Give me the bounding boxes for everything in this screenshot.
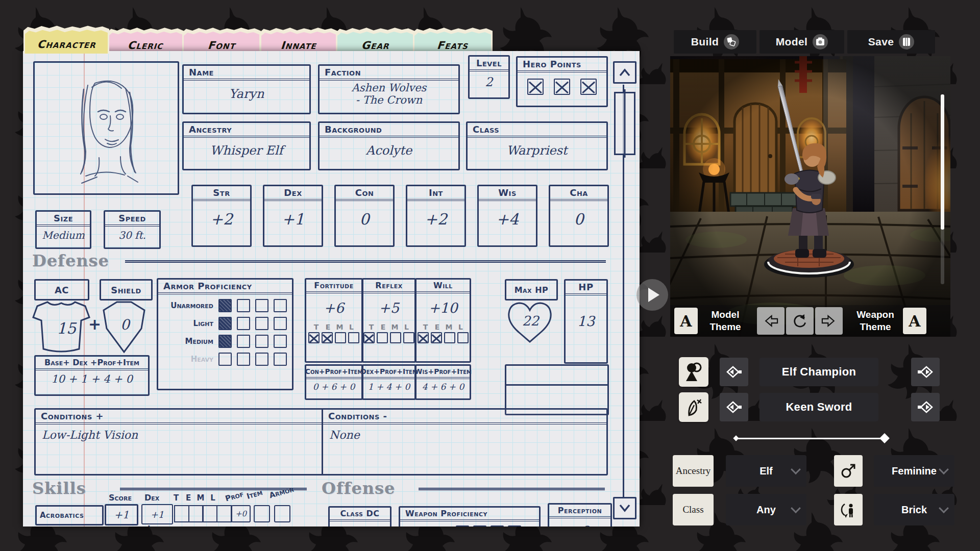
ac-armor-shape[interactable]: 15 xyxy=(30,300,92,354)
sheet-scroll-thumb[interactable] xyxy=(614,92,635,155)
teml-pip[interactable] xyxy=(457,332,469,343)
weapon-next-button[interactable] xyxy=(911,393,940,421)
prof-pip[interactable] xyxy=(237,353,250,366)
weapon-name-button[interactable]: Keen Sword xyxy=(760,393,878,421)
pose-rotate-button[interactable] xyxy=(834,494,863,525)
conditions-plus[interactable]: Conditions + Low-Light Vision xyxy=(36,410,323,474)
hero-point-checkbox[interactable] xyxy=(554,79,570,95)
level-field[interactable]: Level 2 xyxy=(468,55,510,99)
gender-toggle-button[interactable] xyxy=(834,455,863,487)
portrait-frame[interactable] xyxy=(33,61,179,195)
prof-pip[interactable] xyxy=(218,353,232,366)
prof-pip[interactable] xyxy=(255,353,268,366)
gender-dropdown[interactable]: Feminine xyxy=(874,455,954,487)
skill-ability-box[interactable]: +1 xyxy=(141,504,173,524)
fortitude-box[interactable]: Fortitude +6 TEML xyxy=(305,278,363,363)
model-viewport[interactable]: A Model Theme Weapon Theme A xyxy=(670,56,950,337)
prof-pip[interactable] xyxy=(491,525,504,527)
prof-pip[interactable] xyxy=(237,317,250,330)
prof-pip[interactable] xyxy=(237,299,250,312)
skill-prof-box[interactable]: +0 xyxy=(231,505,251,522)
teml-pip[interactable] xyxy=(390,332,401,343)
stat-cha[interactable]: Cha 0 xyxy=(549,185,609,247)
ancestry-field[interactable]: Ancestry Whisper Elf xyxy=(182,121,311,170)
build-button[interactable]: Build xyxy=(674,30,756,54)
weapon-prev-button[interactable] xyxy=(720,393,748,421)
ancestry-dropdown[interactable]: Elf xyxy=(726,455,806,487)
teml-pip[interactable] xyxy=(363,332,375,343)
stat-int[interactable]: Int +2 xyxy=(406,185,466,247)
prof-pip[interactable] xyxy=(218,335,232,348)
viewer-zoom-thumb[interactable] xyxy=(941,94,944,230)
prof-pip[interactable] xyxy=(274,317,287,330)
prof-pip[interactable] xyxy=(218,317,232,330)
prof-pip[interactable] xyxy=(255,317,268,330)
conditions-minus[interactable]: Conditions - None xyxy=(323,410,606,474)
skill-armor-box[interactable] xyxy=(274,505,290,522)
teml-pip[interactable] xyxy=(335,332,346,343)
prof-pip[interactable] xyxy=(274,299,287,312)
viewer-zoom-slider[interactable] xyxy=(941,94,944,284)
prof-pip[interactable] xyxy=(274,335,287,348)
will-box[interactable]: Will +10 TEML xyxy=(415,278,471,363)
perception-box[interactable]: Perception +8 xyxy=(548,503,612,527)
stat-wis[interactable]: Wis +4 xyxy=(477,185,537,247)
sheet-scroll-up[interactable] xyxy=(613,61,636,84)
base-theme-dropdown[interactable]: Brick xyxy=(874,494,954,525)
faction-field[interactable]: Faction Ashen Wolves - The Crown xyxy=(318,64,460,114)
model-button[interactable]: Model xyxy=(760,30,844,54)
tab-character[interactable]: Character xyxy=(25,27,108,54)
class-field[interactable]: Class Warpriest xyxy=(466,121,608,170)
model-prev-button[interactable] xyxy=(720,358,748,386)
rotate-right-button[interactable] xyxy=(815,307,843,335)
size-field[interactable]: Size Medium xyxy=(35,210,91,249)
prof-pip[interactable] xyxy=(274,353,287,366)
teml-pip[interactable] xyxy=(174,505,189,522)
prof-pip[interactable] xyxy=(255,299,268,312)
model-theme-auto-button[interactable]: A xyxy=(674,308,698,334)
teml-pip[interactable] xyxy=(188,505,204,522)
name-field[interactable]: Name Yaryn xyxy=(182,64,311,114)
skill-name-box[interactable]: Acrobatics xyxy=(35,505,104,525)
class-dc-box[interactable]: Class DC 18 xyxy=(328,506,391,527)
teml-pip[interactable] xyxy=(418,332,429,343)
max-hp-heart[interactable]: 22 xyxy=(505,301,555,344)
notes-box[interactable] xyxy=(505,364,609,415)
prof-pip[interactable] xyxy=(473,525,486,527)
class-filter-label[interactable]: Class xyxy=(673,494,714,525)
prof-pip[interactable] xyxy=(218,299,232,312)
prof-pip[interactable] xyxy=(456,525,469,527)
reflex-box[interactable]: Reflex +5 TEML xyxy=(362,278,416,363)
prof-pip[interactable] xyxy=(508,525,521,527)
stat-str[interactable]: Str +2 xyxy=(191,185,252,247)
ancestry-filter-label[interactable]: Ancestry xyxy=(673,455,714,487)
hero-point-checkbox[interactable] xyxy=(527,79,544,95)
prof-pip[interactable] xyxy=(237,335,250,348)
stat-dex[interactable]: Dex +1 xyxy=(263,185,323,247)
model-slot-button[interactable] xyxy=(679,357,708,387)
rotate-reset-button[interactable] xyxy=(786,307,814,335)
skill-item-box[interactable] xyxy=(254,505,270,522)
teml-pip[interactable] xyxy=(403,332,414,343)
speed-field[interactable]: Speed 30 ft. xyxy=(104,210,161,249)
teml-pip[interactable] xyxy=(377,332,388,343)
hero-point-checkbox[interactable] xyxy=(580,79,597,95)
save-button[interactable]: Save xyxy=(847,30,935,54)
teml-pip[interactable] xyxy=(202,505,217,522)
weapon-slot-button[interactable] xyxy=(679,392,708,422)
teml-pip[interactable] xyxy=(431,332,442,343)
scale-slider[interactable] xyxy=(735,434,886,443)
teml-pip[interactable] xyxy=(444,332,455,343)
stat-con[interactable]: Con 0 xyxy=(334,185,395,247)
play-button[interactable] xyxy=(636,279,668,311)
class-dropdown[interactable]: Any xyxy=(726,494,806,525)
weapon-theme-auto-button[interactable]: A xyxy=(903,308,926,334)
shield-shape[interactable]: 0 xyxy=(97,299,151,355)
teml-pip[interactable] xyxy=(348,332,359,343)
teml-pip[interactable] xyxy=(216,505,232,522)
skill-score-box[interactable]: +1 xyxy=(105,504,138,525)
teml-pip[interactable] xyxy=(322,332,333,343)
model-next-button[interactable] xyxy=(911,358,940,386)
background-field[interactable]: Background Acolyte xyxy=(318,121,460,170)
hp-box[interactable]: HP 13 xyxy=(564,279,608,364)
